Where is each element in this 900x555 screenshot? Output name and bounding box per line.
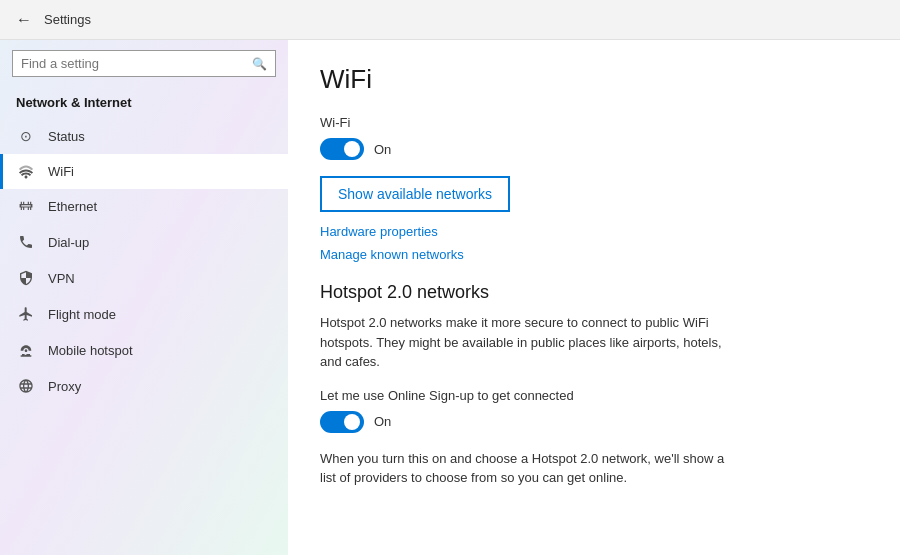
sidebar-item-proxy[interactable]: Proxy [0,368,288,404]
hardware-properties-link[interactable]: Hardware properties [320,224,868,239]
sidebar-item-dialup[interactable]: Dial-up [0,224,288,260]
ethernet-icon [16,200,36,214]
wifi-toggle-label: On [374,142,391,157]
content-area: WiFi Wi-Fi On Show available networks Ha… [288,40,900,555]
sidebar-item-status[interactable]: ⊙ Status [0,118,288,154]
sidebar-item-label-dialup: Dial-up [48,235,89,250]
wifi-toggle-row: On [320,138,868,160]
hotspot-toggle-on-label: On [374,414,391,429]
search-input[interactable] [21,56,252,71]
hotspot-heading: Hotspot 2.0 networks [320,282,868,303]
search-icon: 🔍 [252,57,267,71]
search-container: 🔍 [0,40,288,87]
show-networks-button[interactable]: Show available networks [320,176,510,212]
sidebar: 🔍 Network & Internet ⊙ Status WiFi [0,40,288,555]
page-title: WiFi [320,64,868,95]
back-button[interactable]: ← [16,11,32,29]
wifi-icon [16,165,36,179]
sidebar-item-ethernet[interactable]: Ethernet [0,189,288,224]
wifi-section-label: Wi-Fi [320,115,868,130]
search-box[interactable]: 🔍 [12,50,276,77]
sidebar-item-label-wifi: WiFi [48,164,74,179]
hotspot-description: Hotspot 2.0 networks make it more secure… [320,313,740,372]
main-layout: 🔍 Network & Internet ⊙ Status WiFi [0,40,900,555]
status-icon: ⊙ [16,128,36,144]
titlebar-title: Settings [44,12,91,27]
hotspot-toggle-row: On [320,411,868,433]
sidebar-item-flightmode[interactable]: Flight mode [0,296,288,332]
flightmode-icon [16,306,36,322]
sidebar-item-label-flightmode: Flight mode [48,307,116,322]
hotspot-toggle[interactable] [320,411,364,433]
sidebar-item-label-status: Status [48,129,85,144]
hotspot-toggle-label: Let me use Online Sign-up to get connect… [320,388,868,403]
sidebar-item-vpn[interactable]: VPN [0,260,288,296]
manage-networks-link[interactable]: Manage known networks [320,247,868,262]
sidebar-item-mobilehotspot[interactable]: Mobile hotspot [0,332,288,368]
proxy-icon [16,378,36,394]
mobilehotspot-icon [16,342,36,358]
sidebar-section-label: Network & Internet [0,87,288,118]
vpn-icon [16,270,36,286]
sidebar-item-wifi[interactable]: WiFi [0,154,288,189]
hotspot-note: When you turn this on and choose a Hotsp… [320,449,740,488]
titlebar: ← Settings [0,0,900,40]
sidebar-item-label-mobilehotspot: Mobile hotspot [48,343,133,358]
sidebar-item-label-proxy: Proxy [48,379,81,394]
sidebar-item-label-vpn: VPN [48,271,75,286]
sidebar-item-label-ethernet: Ethernet [48,199,97,214]
dialup-icon [16,234,36,250]
wifi-toggle[interactable] [320,138,364,160]
